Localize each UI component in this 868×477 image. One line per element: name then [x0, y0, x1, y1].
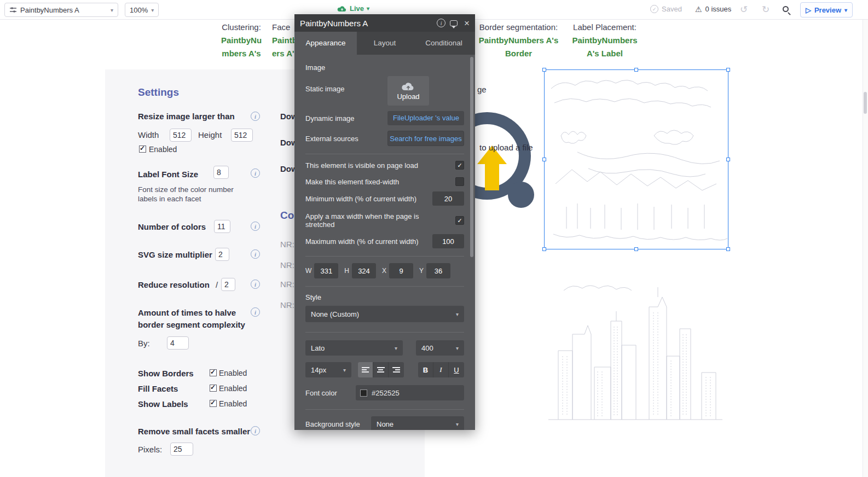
cloud-icon [337, 5, 347, 12]
font-row: Lato ▾ 400 ▾ [305, 340, 464, 356]
font-color-value: #252525 [372, 389, 400, 397]
dynamic-image-value[interactable]: FileUploader 's value [387, 111, 464, 125]
max-width-toggle-checkbox[interactable]: ✓ [455, 216, 464, 225]
show-labels-checkbox[interactable]: ✓ [210, 400, 217, 407]
pixels-input[interactable] [170, 443, 193, 456]
resize-handle-ne[interactable] [726, 68, 730, 72]
play-icon: ▷ [806, 6, 811, 14]
font-color-label: Font color [305, 389, 356, 397]
label-placement-header[interactable]: Label Placement: PaintbyNumbers A's Labe… [564, 21, 646, 60]
issues-label: 0 issues [705, 5, 732, 13]
face-header[interactable]: Face Paintb ers A' [272, 21, 295, 60]
width-dim-input[interactable] [314, 263, 338, 278]
resize-handle-sw[interactable] [542, 247, 546, 251]
label-font-size-input[interactable] [213, 166, 229, 179]
font-weight-dropdown[interactable]: 400 ▾ [416, 340, 464, 356]
x-dim-input[interactable] [389, 263, 413, 278]
search-icon[interactable] [783, 6, 789, 12]
warning-icon: ⚠ [695, 5, 702, 13]
resize-handle-n[interactable] [634, 68, 638, 72]
font-color-field[interactable]: #252525 [356, 385, 464, 400]
resize-handle-s[interactable] [634, 247, 638, 251]
fill-facets-enabled-label: Enabled [219, 384, 247, 393]
skyline-image-element[interactable] [542, 269, 728, 430]
visible-on-load-checkbox[interactable]: ✓ [455, 161, 464, 170]
divider [305, 256, 464, 257]
font-family-dropdown[interactable]: Lato ▾ [305, 340, 403, 356]
height-dim-input[interactable] [352, 263, 376, 278]
number-of-colors-input[interactable] [214, 220, 230, 233]
underline-button[interactable]: U [449, 362, 464, 377]
issues-indicator[interactable]: ⚠ 0 issues [695, 5, 731, 13]
max-width-label: Maximum width (% of current width) [305, 237, 432, 246]
font-size-format-row: 14px ▾ B I U [305, 362, 464, 377]
font-size-dropdown[interactable]: 14px ▾ [305, 362, 351, 377]
x-dim-label: X [382, 267, 386, 275]
divider [305, 286, 464, 287]
resize-handle-e[interactable] [726, 158, 730, 161]
info-icon[interactable]: i [251, 112, 260, 121]
resize-handle-se[interactable] [726, 247, 730, 251]
background-style-dropdown[interactable]: None ▾ [371, 416, 464, 430]
fixed-width-checkbox[interactable] [455, 177, 464, 186]
comment-icon[interactable] [450, 20, 458, 26]
fixed-width-label: Make this element fixed-width [305, 178, 455, 186]
style-dropdown[interactable]: None (Custom) ▾ [305, 306, 464, 322]
redo-button[interactable]: ↻ [762, 4, 769, 15]
y-dim-input[interactable] [426, 263, 450, 278]
search-free-images-button[interactable]: Search for free images [387, 131, 464, 146]
info-icon[interactable]: i [251, 426, 260, 435]
preview-button[interactable]: ▷ Preview ▾ [800, 2, 853, 18]
zoom-selector[interactable]: 100% ▾ [125, 3, 159, 17]
selected-image-element[interactable] [545, 70, 728, 249]
close-icon[interactable]: × [464, 19, 470, 28]
window-scrollbar[interactable] [863, 20, 868, 477]
element-selector[interactable]: PaintbyNumbers A ▾ [4, 3, 118, 17]
tab-conditional[interactable]: Conditional [413, 32, 475, 55]
window-scrollbar-thumb[interactable] [864, 92, 867, 114]
fill-facets-checkbox[interactable]: ✓ [210, 385, 217, 392]
check-icon: ✓ [457, 162, 462, 169]
max-width-toggle-row: Apply a max width when the page is stret… [305, 212, 464, 229]
live-version-selector[interactable]: Live ▾ [337, 4, 369, 13]
info-icon[interactable]: i [251, 222, 260, 231]
border-segmentation-header[interactable]: Border segmentation: PaintbyNumbers A's … [471, 21, 566, 60]
cloud-upload-icon [401, 81, 415, 91]
align-right-button[interactable] [389, 362, 404, 377]
panel-header[interactable]: PaintbyNumbers A i × [294, 14, 475, 32]
info-icon[interactable]: i [437, 19, 445, 27]
show-labels-enabled-label: Enabled [219, 399, 247, 408]
panel-scrollbar-thumb[interactable] [470, 57, 473, 257]
height-label: Height [198, 130, 222, 139]
resize-handle-w[interactable] [542, 158, 546, 161]
resize-handle-nw[interactable] [542, 68, 546, 72]
height-input[interactable] [231, 129, 253, 142]
info-icon[interactable]: i [251, 280, 260, 289]
tab-layout[interactable]: Layout [357, 32, 413, 55]
align-center-button[interactable] [373, 362, 389, 377]
info-icon[interactable]: i [251, 249, 260, 259]
undo-button[interactable]: ↺ [740, 4, 748, 15]
width-input[interactable] [170, 129, 192, 142]
info-icon[interactable]: i [251, 307, 260, 317]
chevron-down-icon: ▾ [111, 7, 113, 13]
max-width-input[interactable] [432, 234, 464, 248]
reduce-resolution-input[interactable] [221, 278, 235, 291]
italic-button[interactable]: I [433, 362, 449, 377]
live-label: Live [350, 4, 364, 13]
fixed-width-row: Make this element fixed-width [305, 177, 464, 186]
bold-button[interactable]: B [418, 362, 433, 377]
align-left-button[interactable] [358, 362, 373, 377]
tab-appearance[interactable]: Appearance [294, 32, 357, 55]
upload-button[interactable]: Upload [387, 76, 429, 106]
info-icon[interactable]: i [251, 168, 260, 178]
nr-label: NR: [280, 240, 294, 249]
min-width-input[interactable] [432, 191, 464, 206]
by-input[interactable] [167, 336, 189, 350]
resize-enabled-checkbox[interactable]: ✓ [139, 146, 146, 153]
show-borders-checkbox[interactable]: ✓ [210, 369, 217, 376]
static-image-label: Static image [305, 76, 387, 93]
clustering-header[interactable]: Clustering: PaintbyNu mbers A's [214, 21, 269, 60]
saved-indicator: ✓ Saved [650, 5, 682, 13]
svg-multiplier-input[interactable] [215, 248, 229, 261]
